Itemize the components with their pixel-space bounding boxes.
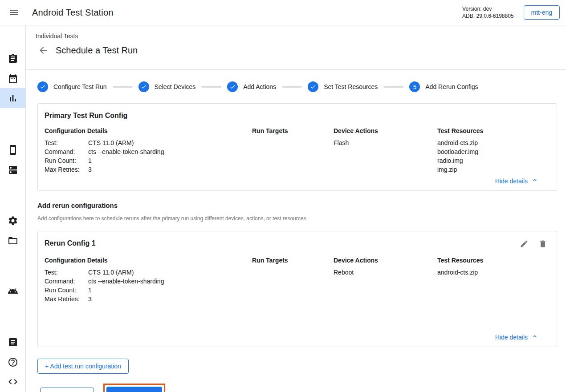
step-done-check-icon <box>227 81 238 92</box>
folder-icon <box>8 235 18 246</box>
back-arrow-icon[interactable] <box>38 45 49 56</box>
run-targets-column: Run Targets <box>252 257 334 303</box>
column-header: Configuration Details <box>45 127 252 134</box>
page-title: Schedule a Test Run <box>56 45 138 56</box>
device-actions-column: Device Actions Reboot <box>334 257 437 303</box>
sidebar-item-dev-tools[interactable] <box>0 372 25 392</box>
primary-config-card: Primary Test Run Config Configuration De… <box>37 103 557 191</box>
step-done-check-icon <box>37 81 48 92</box>
sidebar-item-docs[interactable] <box>0 332 25 352</box>
document-icon <box>8 337 18 348</box>
sidebar-item-hosts[interactable] <box>0 160 25 180</box>
server-rack-icon <box>8 165 18 175</box>
config-detail-row: Run Count: 1 <box>45 286 252 295</box>
step-connector <box>113 86 133 88</box>
step-done-check-icon <box>138 81 149 92</box>
step-configure-test-run[interactable]: Configure Test Run <box>37 81 107 92</box>
step-number-badge: 5 <box>409 81 420 92</box>
column-header: Test Resources <box>437 127 550 134</box>
column-header: Configuration Details <box>45 257 252 264</box>
card-title: Primary Test Run Config <box>45 112 127 120</box>
column-header: Device Actions <box>334 127 437 134</box>
config-detail-row: Command: cts --enable-token-sharding <box>45 147 252 156</box>
device-action-item: Reboot <box>334 268 437 277</box>
sidebar-item-schedule[interactable] <box>0 69 25 89</box>
device-actions-column: Device Actions Flash <box>334 127 437 174</box>
device-action-item: Flash <box>334 138 437 147</box>
config-detail-row: Test: CTS 11.0 (ARM) <box>45 138 252 147</box>
config-detail-row: Command: cts --enable-token-sharding <box>45 277 252 286</box>
step-add-rerun-configs[interactable]: 5 Add Rerun Configs <box>409 81 478 92</box>
page-title-block: Individual Tests Schedule a Test Run <box>26 25 566 70</box>
step-add-actions[interactable]: Add Actions <box>227 81 276 92</box>
adb-version-line: ADB: 29.0.6-6198805 <box>462 12 513 20</box>
edit-button[interactable] <box>519 239 529 249</box>
hide-details-link[interactable]: Hide details <box>495 177 538 185</box>
test-resources-column: Test Resources android-cts.zip <box>437 257 550 303</box>
sidebar-item-android[interactable] <box>0 281 25 301</box>
pencil-icon <box>520 239 529 250</box>
sidebar-item-help[interactable] <box>0 352 25 372</box>
config-detail-row: Max Retries: 3 <box>45 295 252 303</box>
column-header: Run Targets <box>252 257 334 264</box>
configuration-details-column: Configuration Details Test: CTS 11.0 (AR… <box>45 127 252 174</box>
delete-button[interactable] <box>538 239 548 249</box>
test-resource-item: img.zip <box>437 165 550 174</box>
add-test-run-configuration-button[interactable]: + Add test run configuration <box>37 359 129 374</box>
app-title: Android Test Station <box>32 8 114 18</box>
config-detail-row: Run Count: 1 <box>45 156 252 165</box>
sidebar-item-settings[interactable] <box>0 210 25 230</box>
bar-chart-icon <box>8 93 18 104</box>
config-detail-row: Max Retries: 3 <box>45 165 252 174</box>
test-resource-item: android-cts.zip <box>437 138 550 147</box>
calendar-icon <box>8 73 18 84</box>
menu-icon[interactable] <box>7 5 21 20</box>
step-connector <box>201 86 221 88</box>
breadcrumb: Individual Tests <box>36 32 566 40</box>
previous-step-button[interactable]: Previous Step <box>40 388 94 392</box>
trash-icon <box>538 239 547 250</box>
test-resources-column: Test Resources android-cts.zipbootloader… <box>437 127 550 174</box>
run-targets-column: Run Targets <box>252 127 334 174</box>
test-resource-item: bootloader.img <box>437 147 550 156</box>
configuration-details-column: Configuration Details Test: CTS 11.0 (AR… <box>45 257 252 303</box>
sidebar-item-test-results[interactable] <box>0 88 25 108</box>
rerun-section-title: Add rerun configurations <box>37 202 557 209</box>
help-icon <box>8 357 18 368</box>
main-content: Individual Tests Schedule a Test Run Con… <box>26 25 566 392</box>
column-header: Device Actions <box>334 257 437 264</box>
step-connector <box>383 86 403 88</box>
sidebar-item-test-plans[interactable] <box>0 48 25 69</box>
android-robot-icon <box>8 286 18 296</box>
settings-gear-icon <box>8 215 18 226</box>
column-header: Run Targets <box>252 127 334 134</box>
clipboard-icon <box>8 53 18 64</box>
chevron-up-icon <box>531 177 538 185</box>
sidebar-item-file-browser[interactable] <box>0 230 25 251</box>
card-title: Rerun Config 1 <box>45 239 96 247</box>
code-icon <box>8 376 18 387</box>
config-detail-row: Test: CTS 11.0 (ARM) <box>45 268 252 277</box>
test-resource-item: radio.img <box>437 156 550 165</box>
chevron-up-icon <box>531 333 538 341</box>
start-test-run-button[interactable]: Start Test Run <box>106 387 162 392</box>
step-connector <box>282 86 302 88</box>
rerun-config-card: Rerun Config 1 Configuration Details Tes… <box>37 231 557 347</box>
step-select-devices[interactable]: Select Devices <box>138 81 196 92</box>
sidebar <box>0 25 26 392</box>
rerun-section-description: Add configurations here to schedule reru… <box>37 215 557 222</box>
test-resource-item: android-cts.zip <box>437 268 550 277</box>
app-header: Android Test Station Version: dev ADB: 2… <box>0 0 566 25</box>
stepper: Configure Test Run Select Devices Add Ac… <box>37 81 557 92</box>
version-info: Version: dev ADB: 29.0.6-6198805 <box>462 5 513 20</box>
smartphone-icon <box>8 145 18 155</box>
step-set-test-resources[interactable]: Set Test Resources <box>308 81 378 92</box>
sidebar-item-devices[interactable] <box>0 140 25 160</box>
hide-details-link[interactable]: Hide details <box>495 333 538 341</box>
annotation-highlight-box: Start Test Run <box>103 384 165 392</box>
version-line: Version: dev <box>462 5 513 12</box>
host-button[interactable]: mtt-eng <box>524 5 560 20</box>
column-header: Test Resources <box>437 257 550 264</box>
step-done-check-icon <box>308 81 318 92</box>
